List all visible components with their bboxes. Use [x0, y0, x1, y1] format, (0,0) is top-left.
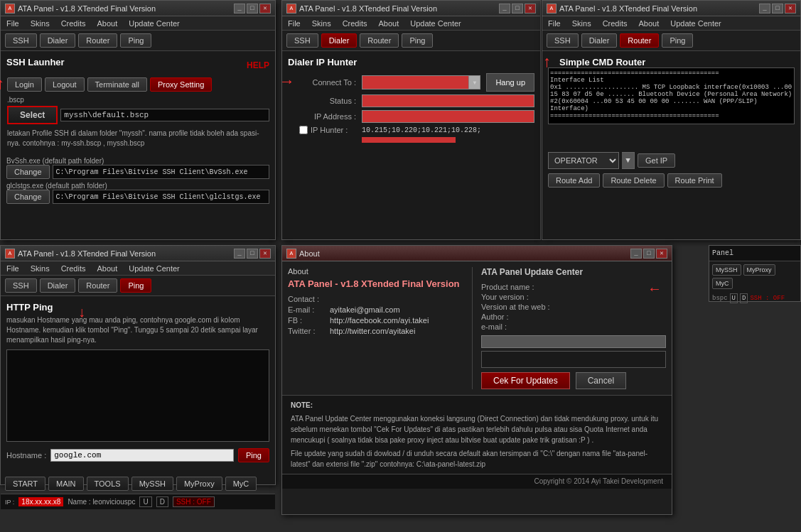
maximize-btn-ssh[interactable]: □ — [247, 4, 258, 13]
cek-updates-btn[interactable]: Cek For Updates — [481, 372, 570, 389]
help-btn[interactable]: HELP — [247, 60, 269, 70]
minimize-btn-about[interactable]: _ — [630, 249, 642, 259]
myc-btn[interactable]: MyC — [225, 477, 257, 491]
logout-btn[interactable]: Logout — [45, 77, 85, 92]
maximize-btn-dialer[interactable]: □ — [512, 4, 523, 13]
ping-result[interactable] — [6, 349, 269, 442]
tab-ping-dialer[interactable]: Dialer — [40, 278, 76, 293]
profile-input[interactable] — [60, 109, 269, 121]
toolbar-ping: SSH Dialer Router Ping — [1, 276, 275, 296]
hostname-input[interactable] — [50, 449, 234, 462]
myc-right-btn[interactable]: MyC — [712, 278, 733, 289]
hang-up-btn[interactable]: Hang up — [486, 73, 534, 92]
menu-update-dialer[interactable]: Update Center — [407, 18, 464, 29]
menu-about-router[interactable]: About — [635, 18, 662, 29]
fb-label: FB : — [288, 316, 327, 325]
tab-ping-ssh[interactable]: SSH — [5, 278, 37, 293]
cancel-about-btn[interactable]: Cancel — [576, 372, 626, 389]
myssh-right-btn[interactable]: MySSH — [712, 264, 741, 276]
tab-dialer-ssh[interactable]: SSH — [286, 33, 318, 48]
menu-bar-ping: File Skins Credits About Update Center — [1, 261, 275, 276]
tab-dialer-dialer[interactable]: Dialer — [321, 33, 358, 48]
myssh-btn[interactable]: MySSH — [131, 477, 173, 491]
menu-file-router[interactable]: File — [545, 18, 564, 29]
hunter-checkbox[interactable] — [299, 126, 308, 134]
router-output[interactable]: ========================================… — [548, 67, 795, 124]
menu-file-ssh[interactable]: File — [4, 18, 22, 29]
tab-router-dialer[interactable]: Dialer — [581, 33, 618, 48]
bvssh-path-input[interactable] — [53, 165, 269, 179]
tab-ssh-dialer[interactable]: Dialer — [40, 33, 76, 48]
change-bvssh-btn[interactable]: Change — [6, 165, 50, 179]
app-icon-router: A — [547, 4, 557, 13]
maximize-btn-ping[interactable]: □ — [247, 249, 258, 259]
menu-about-ping[interactable]: About — [94, 263, 120, 274]
dialer-section-title: Dialer IP Hunter — [288, 57, 357, 67]
myproxy-btn[interactable]: MyProxy — [176, 477, 222, 491]
menu-credits-dialer[interactable]: Credits — [340, 18, 370, 29]
minimize-btn-ping[interactable]: _ — [234, 249, 245, 259]
start-btn[interactable]: START — [5, 477, 45, 491]
about-label: About — [288, 267, 463, 276]
menu-update-router[interactable]: Update Center — [667, 18, 724, 29]
login-btn[interactable]: Login — [7, 77, 42, 92]
menu-update-ssh[interactable]: Update Center — [126, 18, 183, 29]
tab-dialer-ping[interactable]: Ping — [402, 33, 433, 48]
select-profile-btn[interactable]: Select — [7, 106, 58, 124]
tools-btn[interactable]: TOOLS — [87, 477, 129, 491]
menu-skins-ssh[interactable]: Skins — [28, 18, 53, 29]
route-print-btn[interactable]: Route Print — [667, 173, 722, 188]
tab-router-router[interactable]: Router — [620, 33, 659, 48]
combo-arrow-connect[interactable]: ▼ — [469, 75, 480, 89]
close-btn-dialer[interactable]: ✕ — [525, 4, 536, 13]
menu-file-dialer[interactable]: File — [285, 18, 303, 29]
maximize-btn-router[interactable]: □ — [772, 4, 783, 13]
terminate-btn[interactable]: Terminate all — [87, 77, 147, 92]
tab-ssh-router[interactable]: Router — [78, 33, 117, 48]
close-btn-ping[interactable]: ✕ — [259, 249, 271, 259]
menu-skins-dialer[interactable]: Skins — [309, 18, 334, 29]
main-btn[interactable]: MAIN — [48, 477, 84, 491]
close-btn-about[interactable]: ✕ — [656, 249, 667, 259]
restore-btn-about[interactable]: □ — [643, 249, 655, 259]
change-glclstgs-btn[interactable]: Change — [6, 190, 50, 204]
glclstgs-path-input[interactable] — [53, 190, 269, 204]
menu-credits-router[interactable]: Credits — [600, 18, 630, 29]
menu-credits-ssh[interactable]: Credits — [58, 18, 89, 29]
minimize-btn-dialer[interactable]: _ — [499, 4, 510, 13]
menu-skins-ping[interactable]: Skins — [28, 263, 53, 274]
get-ip-btn[interactable]: Get IP — [638, 153, 675, 168]
close-btn-ssh[interactable]: ✕ — [259, 4, 271, 13]
update-version-input[interactable] — [481, 351, 666, 368]
arrow-indicator-dialer: → — [282, 73, 291, 91]
myproxy-right-btn[interactable]: MyProxy — [743, 264, 775, 276]
minimize-btn-ssh[interactable]: _ — [234, 4, 245, 13]
menu-update-ping[interactable]: Update Center — [126, 263, 183, 274]
about-right-section: ← ATA Panel Update Center Product name :… — [481, 267, 666, 389]
close-btn-router[interactable]: ✕ — [785, 4, 796, 13]
tab-router-ping[interactable]: Ping — [662, 33, 693, 48]
menu-about-dialer[interactable]: About — [375, 18, 402, 29]
route-add-btn[interactable]: Route Add — [548, 173, 600, 188]
menu-file-ping[interactable]: File — [4, 263, 22, 274]
menu-about-ssh[interactable]: About — [94, 18, 120, 29]
tab-router-ssh[interactable]: SSH — [547, 33, 579, 48]
u-indicator: U — [139, 496, 151, 507]
tab-ping-ping[interactable]: Ping — [120, 278, 151, 293]
title-text-dialer: ATA Panel - v1.8 XTended Final Version — [299, 4, 437, 13]
route-delete-btn[interactable]: Route Delete — [603, 173, 664, 188]
operator-select-arrow[interactable]: ▼ — [622, 152, 635, 169]
tab-dialer-router[interactable]: Router — [360, 33, 399, 48]
status-display — [362, 94, 534, 107]
connect-input[interactable] — [362, 75, 469, 89]
tab-ping-router[interactable]: Router — [78, 278, 117, 293]
ping-btn[interactable]: Ping — [238, 448, 269, 462]
tab-ssh-ssh[interactable]: SSH — [5, 33, 37, 48]
menu-credits-ping[interactable]: Credits — [58, 263, 89, 274]
tab-ssh-ping[interactable]: Ping — [120, 33, 151, 48]
menu-skins-router[interactable]: Skins — [569, 18, 594, 29]
proxy-setting-btn[interactable]: Proxy Setting — [150, 77, 212, 92]
ssh-section-title: SSH Launher — [6, 57, 65, 67]
operator-select[interactable]: OPERATOR — [548, 152, 619, 169]
minimize-btn-router[interactable]: _ — [759, 4, 770, 13]
